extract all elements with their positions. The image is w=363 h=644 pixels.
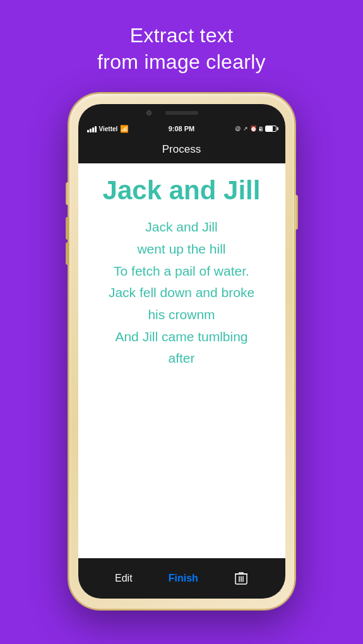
speaker-grill [165, 111, 198, 115]
edit-button[interactable]: Edit [115, 573, 133, 584]
header-line2: from image clearly [97, 50, 266, 73]
status-bar: Viettel 📶 9:08 PM @ ↗ ⏰ Ƀ [78, 122, 285, 136]
extracted-title: Jack and Jill [103, 176, 261, 205]
alarm-icon: ⏰ [250, 126, 257, 132]
trash-icon [234, 571, 248, 585]
header-line1: Extract text [130, 24, 234, 47]
extracted-body: Jack and Jill went up the hill To fetch … [109, 216, 254, 369]
phone-top [78, 104, 285, 122]
page-header: Extract text from image clearly [97, 23, 266, 75]
wifi-icon: 📶 [120, 125, 129, 133]
body-line-6: And Jill came tumlbing [115, 329, 247, 344]
watermark: ~ [277, 587, 281, 595]
content-area: Jack and Jill Jack and Jill went up the … [78, 163, 285, 558]
location-icon: ↗ [243, 126, 248, 132]
phone-wrapper: Viettel 📶 9:08 PM @ ↗ ⏰ Ƀ Process Jack a… [68, 93, 295, 610]
bluetooth-icon: Ƀ [259, 126, 263, 132]
status-left: Viettel 📶 [87, 125, 129, 133]
delete-button[interactable] [234, 571, 248, 585]
battery-indicator [265, 126, 277, 132]
camera-dot [146, 110, 152, 115]
status-time: 9:08 PM [169, 125, 195, 132]
body-line-1: Jack and Jill [145, 220, 217, 234]
body-line-5: his crownm [148, 307, 215, 322]
status-right: @ ↗ ⏰ Ƀ [235, 126, 276, 132]
at-icon: @ [235, 126, 241, 132]
bottom-toolbar: Edit Finish [78, 558, 285, 599]
phone-screen: Viettel 📶 9:08 PM @ ↗ ⏰ Ƀ Process Jack a… [78, 104, 285, 599]
carrier-name: Viettel [99, 126, 118, 132]
app-navbar: Process [78, 136, 285, 163]
navbar-title: Process [162, 143, 201, 156]
body-line-3: To fetch a pail of water. [114, 264, 249, 278]
finish-button[interactable]: Finish [169, 573, 198, 584]
signal-bars [87, 126, 97, 132]
body-line-4: Jack fell down and broke [109, 285, 254, 300]
body-line-7: after [168, 351, 194, 365]
body-line-2: went up the hill [137, 242, 225, 256]
